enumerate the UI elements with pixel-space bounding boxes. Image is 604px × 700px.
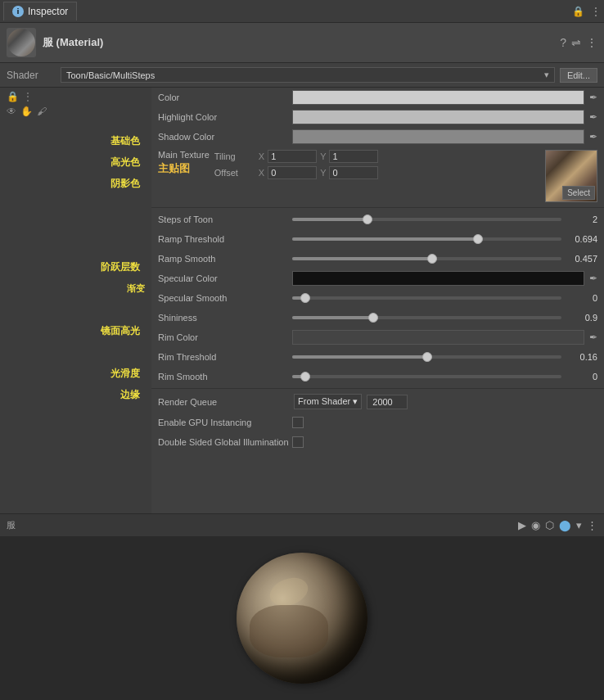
tiling-x-input[interactable]: [268, 150, 317, 163]
color-swatch[interactable]: [292, 90, 584, 105]
rim-threshold-track[interactable]: [292, 355, 561, 359]
left-column: 🔒 ⋮ 👁 ✋ 🖌 基础色 高光色 阴影色: [0, 88, 151, 513]
preview-area: [0, 536, 604, 700]
color-eyedropper[interactable]: ✒: [589, 92, 597, 103]
more-icon[interactable]: ⋮: [591, 6, 601, 17]
annotation-highlight-text: 高光色: [110, 156, 145, 169]
lock-icon[interactable]: 🔒: [572, 6, 584, 17]
specular-smooth-slider[interactable]: [292, 296, 561, 300]
annotation-rim3: [0, 427, 151, 448]
inspector-tab[interactable]: i Inspector: [3, 2, 77, 20]
steps-row: Steps of Toon 2: [151, 210, 604, 229]
hex-icon[interactable]: ⬡: [545, 519, 554, 531]
double-sided-gi-label: Double Sided Global Illumination: [158, 437, 289, 447]
ramp-smooth-slider[interactable]: [292, 257, 561, 260]
properties-panel: Color ✒ Highlight Color ✒ Shadow Color ✒…: [151, 88, 604, 513]
shininess-thumb[interactable]: [368, 313, 378, 323]
steps-value: 2: [565, 215, 597, 224]
steps-thumb[interactable]: [363, 215, 372, 224]
rim-eyedropper[interactable]: ✒: [589, 332, 597, 343]
render-queue-dropdown[interactable]: From Shader ▾: [294, 394, 362, 409]
info-icon: i: [12, 6, 24, 17]
ramp-threshold-value: 0.694: [565, 234, 597, 244]
steps-slider[interactable]: [292, 218, 561, 221]
annotation-steps-text: 阶跃层数: [101, 260, 145, 274]
annotation-shininess: 光滑度: [0, 363, 151, 384]
shininess-slider[interactable]: [292, 316, 561, 319]
annotation-shadow-text: 阴影色: [110, 177, 145, 191]
top-bar-actions: 🔒 ⋮: [572, 6, 601, 17]
hand-icon[interactable]: ✋: [20, 106, 33, 117]
double-sided-gi-row: Double Sided Global Illumination: [151, 432, 604, 452]
annotation-color: 基础色: [0, 130, 151, 151]
edit-button[interactable]: Edit...: [560, 68, 597, 83]
ramp-threshold-track[interactable]: [292, 237, 561, 241]
annotation-ramp-label: 渐变: [0, 278, 151, 299]
material-icon-btn[interactable]: ⬤: [559, 519, 571, 531]
double-sided-gi-checkbox[interactable]: [292, 436, 304, 448]
ramp-smooth-track[interactable]: [292, 257, 561, 260]
dropdown-icon[interactable]: ▾: [576, 519, 582, 531]
ramp-threshold-thumb[interactable]: [473, 234, 483, 244]
annotation-rim2: [0, 405, 151, 427]
shadow-eyedropper[interactable]: ✒: [589, 131, 597, 142]
lock-small-icon[interactable]: 🔒: [7, 91, 19, 102]
shader-select[interactable]: Toon/Basic/MultiSteps ▾: [61, 67, 555, 83]
icon-toolbar: 🔒 ⋮: [0, 88, 151, 106]
rim-threshold-slider[interactable]: [292, 355, 561, 359]
rim-smooth-thumb[interactable]: [300, 372, 310, 382]
rim-smooth-slider[interactable]: [292, 375, 561, 378]
eye-icon[interactable]: 👁: [7, 106, 16, 117]
help-icon[interactable]: ?: [560, 36, 566, 49]
rim-color-swatch[interactable]: [292, 330, 584, 345]
tiling-y-input[interactable]: [329, 150, 378, 163]
annotation-texture: [0, 194, 151, 256]
render-queue-value: 2000: [367, 395, 408, 409]
paint-icon[interactable]: 🖌: [37, 106, 47, 117]
highlight-color-swatch[interactable]: [292, 110, 584, 124]
offset-x-input[interactable]: [268, 166, 317, 179]
specular-smooth-thumb[interactable]: [300, 293, 310, 303]
tiling-row: Tiling X Y: [214, 150, 540, 163]
specular-eyedropper[interactable]: ✒: [589, 273, 597, 284]
play-icon[interactable]: ▶: [518, 519, 526, 531]
highlight-eyedropper[interactable]: ✒: [589, 111, 597, 123]
annotation-rim-text: 边缘: [120, 388, 145, 402]
shadow-color-swatch[interactable]: [292, 129, 584, 144]
steps-track[interactable]: [292, 218, 561, 221]
sphere-icon[interactable]: ◉: [531, 519, 540, 531]
ramp-threshold-slider[interactable]: [292, 237, 561, 241]
annotation-color-text: 基础色: [110, 134, 145, 148]
annotation-specular-text: 镜面高光: [101, 324, 145, 338]
more-preview-icon[interactable]: ⋮: [587, 519, 597, 531]
view-icons: 👁 ✋ 🖌: [0, 106, 151, 120]
texture-thumbnail[interactable]: Select: [545, 150, 597, 202]
rim-threshold-thumb[interactable]: [422, 352, 432, 362]
ramp-threshold-fill: [292, 237, 478, 241]
material-icon: [7, 28, 36, 57]
material-header: 服 (Material) ? ⇌ ⋮: [0, 23, 604, 63]
offset-y-label: Y: [320, 168, 326, 178]
select-button[interactable]: Select: [562, 186, 595, 200]
material-name: 服 (Material): [43, 35, 103, 50]
header-more-icon[interactable]: ⋮: [586, 36, 597, 49]
gpu-instancing-checkbox[interactable]: [292, 417, 304, 428]
rim-smooth-track[interactable]: [292, 375, 561, 378]
pin-icon[interactable]: ⇌: [571, 36, 581, 49]
shininess-label: Shininess: [158, 313, 289, 323]
specular-smooth-track[interactable]: [292, 296, 561, 300]
specular-color-swatch[interactable]: [292, 271, 584, 286]
annotation-rim: 边缘: [0, 384, 151, 405]
tiling-y-label: Y: [320, 151, 326, 161]
more-small-icon[interactable]: ⋮: [23, 91, 33, 102]
shininess-track[interactable]: [292, 316, 561, 319]
tab-bar: i Inspector 🔒 ⋮: [0, 0, 604, 23]
color-label: Color: [158, 93, 289, 102]
ramp-smooth-thumb[interactable]: [427, 254, 437, 264]
shininess-value: 0.9: [565, 313, 597, 323]
ramp-smooth-fill: [292, 257, 432, 260]
bottom-spacer: [151, 452, 604, 462]
bottom-bar: 服 ▶ ◉ ⬡ ⬤ ▾ ⋮: [0, 513, 604, 536]
offset-y-input[interactable]: [329, 166, 378, 179]
ramp-smooth-value: 0.457: [565, 254, 597, 264]
